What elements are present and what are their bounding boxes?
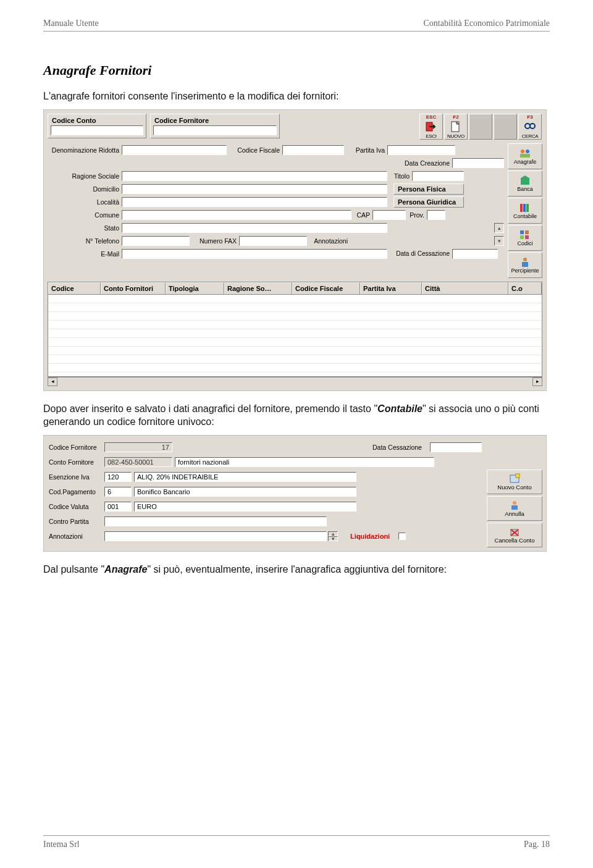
label-cap: CAP: [351, 211, 372, 219]
grid-col-cf[interactable]: Codice Fiscale: [292, 282, 360, 294]
page-header: Manuale Utente Contabilità Economico Pat…: [43, 0, 550, 32]
input2-contropart[interactable]: [104, 516, 327, 526]
scroll-right-icon[interactable]: ▸: [532, 377, 542, 386]
label-codice-fornitore: Codice Fornitore: [153, 116, 277, 125]
input-cap[interactable]: [372, 210, 406, 220]
desc2-codpag[interactable]: Bonifico Bancario: [134, 487, 356, 497]
desc2-contof[interactable]: fornitori nazionali: [175, 457, 434, 467]
input-email[interactable]: [122, 249, 387, 259]
scroll-down-icon[interactable]: ▾: [494, 236, 504, 246]
codici-button[interactable]: Codici: [508, 225, 542, 251]
persona-fisica-button[interactable]: Persona Fisica: [393, 183, 464, 195]
desc2-codval[interactable]: EURO: [134, 502, 356, 512]
label2-esenz: Esenzione Iva: [48, 473, 104, 481]
grid-col-piva[interactable]: Partita Iva: [360, 282, 422, 294]
header-left: Manuale Utente: [43, 19, 99, 28]
svg-point-5: [521, 150, 524, 153]
input-localita[interactable]: [122, 197, 387, 207]
input-datacrea[interactable]: [452, 158, 504, 168]
cerca-button[interactable]: F3 CERCA: [518, 114, 542, 140]
desc2-esenz[interactable]: ALIQ. 20% INDETRAIBILE: [134, 472, 356, 482]
side-toolbar: Anagrafe Banca Contabile Codici Percipie…: [508, 143, 542, 278]
input-tel[interactable]: [122, 236, 190, 246]
cancella-conto-button[interactable]: Cancella Conto: [487, 523, 542, 547]
label-anno: Annotazioni: [307, 237, 350, 245]
grid-col-citta[interactable]: Città: [422, 282, 508, 294]
contabile-button[interactable]: Contabile: [508, 198, 542, 224]
liquidazioni-checkbox[interactable]: [398, 533, 406, 540]
esci-button[interactable]: ESC ESCI: [419, 114, 443, 140]
input-cf[interactable]: [282, 145, 344, 155]
input-codice-conto[interactable]: [51, 125, 143, 135]
input-denom[interactable]: [122, 145, 227, 155]
svg-rect-11: [523, 204, 526, 212]
input-codice-fornitore[interactable]: [153, 125, 277, 135]
label2-codforn: Codice Fornitore: [48, 444, 104, 451]
grid-col-co[interactable]: C.o: [508, 282, 542, 294]
scroll-left-icon[interactable]: ◂: [48, 377, 57, 386]
input-domicilio[interactable]: [122, 184, 387, 194]
label2-codval: Codice Valuta: [48, 503, 104, 510]
input-datacess[interactable]: [452, 249, 498, 259]
new-doc-icon: [449, 120, 463, 133]
input-stato[interactable]: [122, 223, 387, 233]
field-codice-conto: Codice Conto: [48, 114, 146, 138]
f2-badge: F2: [453, 114, 458, 120]
table-row: [48, 355, 542, 364]
anno-scroll-down-icon[interactable]: ▾: [328, 536, 338, 541]
label-datacrea: Data Creazione: [398, 159, 452, 167]
input2-esenz[interactable]: 120: [104, 472, 132, 482]
horizontal-scrollbar[interactable]: ◂ ▸: [48, 377, 542, 387]
label-ragione: Ragione Sociale: [48, 172, 122, 180]
percipiente-button[interactable]: Percipiente: [508, 252, 542, 278]
input2-datacess[interactable]: [430, 442, 482, 452]
nuovo-label: NUOVO: [447, 133, 465, 139]
label-denom: Denominazione Ridotta: [48, 146, 122, 154]
input-ragione[interactable]: [122, 171, 387, 181]
input-fax[interactable]: [239, 236, 307, 246]
table-row: [48, 364, 542, 373]
label-datacess: Data di Cessazione: [387, 250, 452, 257]
nuovo-conto-label: Nuovo Conto: [497, 484, 531, 491]
input2-codval[interactable]: 001: [104, 502, 132, 512]
annulla-button[interactable]: Annulla: [487, 496, 542, 521]
f3-badge: F3: [527, 114, 532, 120]
persona-giuridica-button[interactable]: Persona Giuridica: [393, 196, 464, 208]
grid-col-ragione[interactable]: Ragione So…: [224, 282, 292, 294]
input2-anno[interactable]: [104, 531, 327, 541]
banca-button[interactable]: Banca: [508, 171, 542, 196]
grid-col-contofornitori[interactable]: Conto Fornitori: [101, 282, 166, 294]
label-fax: Numero FAX: [190, 237, 239, 245]
label2-liq: Liquidazioni: [350, 533, 390, 540]
percipiente-side-label: Percipiente: [511, 268, 539, 274]
search-icon: [523, 120, 537, 133]
delete-icon: [508, 526, 521, 537]
grid-col-tipologia[interactable]: Tipologia: [166, 282, 224, 294]
anagrafe-form: Codice Conto Codice Fornitore ESC ESCI F…: [43, 109, 547, 391]
input-comune[interactable]: [122, 210, 351, 220]
input-piva[interactable]: [387, 145, 455, 155]
undo-person-icon: [508, 499, 521, 510]
new-account-icon: [508, 473, 521, 484]
banca-side-label: Banca: [517, 186, 533, 192]
input2-codpag[interactable]: 6: [104, 487, 132, 497]
esc-badge: ESC: [426, 114, 436, 120]
table-row: [48, 312, 542, 321]
label-prov: Prov.: [406, 211, 427, 219]
table-row: [48, 303, 542, 312]
svg-rect-10: [520, 204, 523, 212]
svg-rect-20: [516, 474, 519, 478]
svg-rect-14: [525, 230, 529, 234]
nuovo-conto-button[interactable]: Nuovo Conto: [487, 470, 542, 494]
label-stato: Stato: [48, 224, 122, 232]
para3: Dal pulsante "Anagrafe" si può, eventual…: [43, 563, 550, 576]
footer-left: Intema Srl: [43, 840, 80, 849]
nuovo-button[interactable]: F2 NUOVO: [444, 114, 468, 140]
input-titolo[interactable]: [412, 171, 464, 181]
scroll-up-icon[interactable]: ▴: [494, 223, 504, 233]
grid-col-codice[interactable]: Codice: [48, 282, 101, 294]
para2: Dopo aver inserito e salvato i dati anag…: [43, 402, 550, 429]
grid-body[interactable]: [48, 295, 542, 376]
input-prov[interactable]: [427, 210, 445, 220]
anagrafe-button[interactable]: Anagrafe: [508, 143, 542, 169]
